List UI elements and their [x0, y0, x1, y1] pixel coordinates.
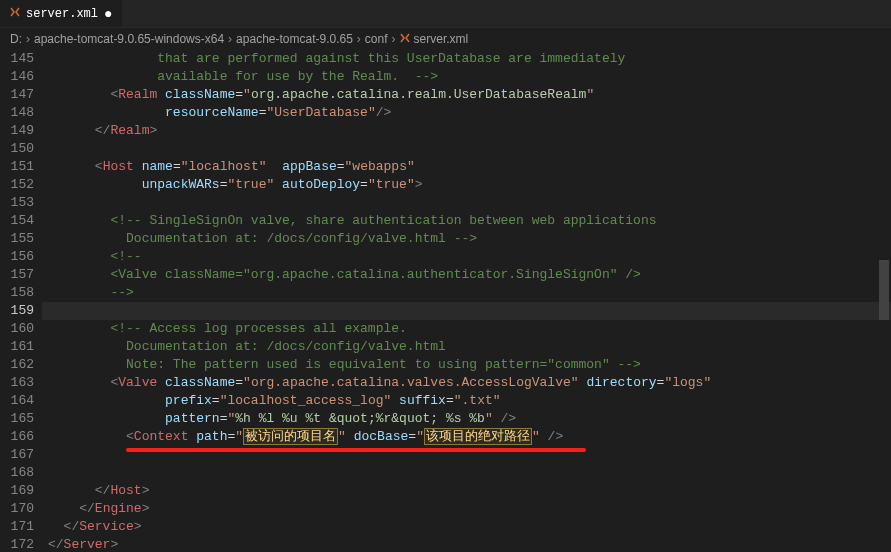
chevron-right-icon: › [357, 32, 361, 46]
chevron-right-icon: › [392, 32, 396, 46]
scrollbar-thumb[interactable] [879, 260, 889, 320]
breadcrumb-seg[interactable]: D: [10, 32, 22, 46]
tab-label: server.xml [26, 7, 98, 21]
breadcrumb-seg[interactable]: server.xml [414, 32, 469, 46]
breadcrumb[interactable]: D: › apache-tomcat-9.0.65-windows-x64 › … [0, 28, 891, 50]
xml-file-icon [400, 33, 410, 45]
line-number-gutter: 1451461471481491501511521531541551561571… [0, 50, 48, 552]
breadcrumb-seg[interactable]: apache-tomcat-9.0.65 [236, 32, 353, 46]
xml-file-icon [10, 7, 20, 20]
tab-bar: server.xml ● [0, 0, 891, 28]
tab-server-xml[interactable]: server.xml ● [0, 0, 122, 27]
chevron-right-icon: › [26, 32, 30, 46]
breadcrumb-seg[interactable]: apache-tomcat-9.0.65-windows-x64 [34, 32, 224, 46]
code-area[interactable]: that are performed against this UserData… [48, 50, 891, 552]
chevron-right-icon: › [228, 32, 232, 46]
modified-indicator-icon: ● [104, 7, 112, 21]
breadcrumb-seg[interactable]: conf [365, 32, 388, 46]
code-editor[interactable]: 1451461471481491501511521531541551561571… [0, 50, 891, 552]
